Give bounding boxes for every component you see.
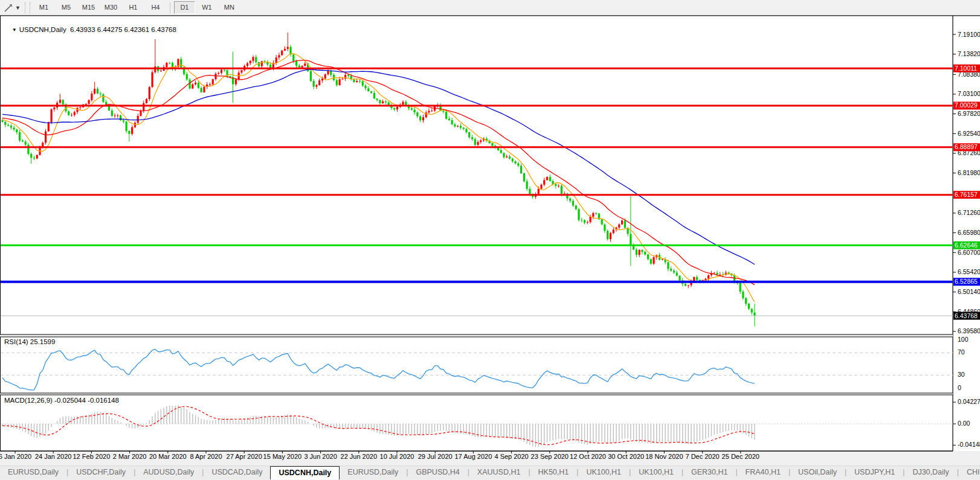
chart-background[interactable] (0, 16, 980, 451)
candle-body (370, 91, 372, 93)
chart-tab-eurusd-daily[interactable]: EURUSD,Daily (0, 466, 66, 479)
candle-body (636, 249, 637, 255)
candle-body (740, 283, 741, 292)
candle-body (338, 79, 340, 85)
candle-body (33, 158, 35, 158)
date-axis-label: 17 Aug 2020 (455, 453, 492, 460)
candle-body (471, 137, 473, 139)
candle-body (463, 128, 465, 129)
candle-body (543, 180, 545, 185)
candle-body (149, 87, 150, 99)
candle-body (630, 234, 631, 245)
candle-body (514, 161, 516, 164)
date-axis-label: 15 May 2020 (263, 453, 302, 460)
candle-body (1, 120, 3, 122)
date-axis-label: 2 Mar 2020 (113, 453, 147, 460)
candle-body (549, 177, 551, 181)
candle-body (123, 120, 124, 121)
chart-tab-dj30-daily[interactable]: DJ30,Daily (904, 466, 956, 479)
candle-body (292, 54, 294, 61)
candle-body (644, 252, 646, 254)
candle-body (587, 222, 588, 223)
chart-tab-usdjpy-h1[interactable]: USDJPY,H1 (846, 466, 903, 479)
candle-body (111, 110, 113, 116)
chart-tab-usdcad-daily[interactable]: USDCAD,Daily (204, 466, 270, 479)
candle-body (284, 49, 286, 51)
candle-body (221, 70, 222, 73)
chart-tab-fra40-h1[interactable]: FRA40,H1 (738, 466, 788, 479)
candle-body (53, 107, 55, 109)
candle-body (592, 213, 594, 217)
chart-tab-uk100-h1[interactable]: UK100,H1 (578, 466, 629, 479)
price-axis-tick-label: 6.71260 (958, 209, 980, 216)
candle-body (364, 86, 366, 89)
candle-body (520, 165, 522, 173)
candle-body (313, 81, 315, 87)
chart-tab-eurusd-daily[interactable]: EURUSD,Daily (340, 466, 406, 479)
candle-body (454, 124, 456, 127)
date-axis-label: 18 Nov 2020 (645, 453, 683, 460)
candle-body (353, 79, 355, 82)
candle-body (529, 189, 530, 194)
price-badge-label: 6.76157 (955, 191, 978, 198)
candle-body (71, 115, 73, 115)
price-badge-label: 6.62646 (955, 242, 978, 249)
candle-body (396, 107, 398, 109)
candle-body (512, 159, 514, 161)
chart-tab-usdchf-daily[interactable]: USDCHF,Daily (68, 466, 134, 479)
candle-body (460, 126, 462, 128)
candle-body (745, 298, 747, 304)
candle-body (422, 117, 424, 120)
date-axis-label: 10 Jul 2020 (380, 453, 414, 460)
candle-body (327, 71, 329, 74)
price-axis-tick-label: 7.03100 (958, 90, 980, 97)
candle-body (97, 89, 98, 94)
candle-body (517, 164, 519, 166)
date-axis-label: 8 Apr 2020 (190, 453, 222, 460)
chart-tab-xauusd-h1[interactable]: XAUUSD,H1 (469, 466, 529, 479)
candle-body (688, 285, 689, 286)
price-axis-tick-label: 6.81980 (958, 169, 980, 176)
candle-body (639, 250, 640, 255)
candle-body (405, 102, 407, 105)
candle-body (169, 63, 170, 63)
candle-body (673, 270, 675, 272)
candle-body (128, 131, 130, 134)
candle-body (79, 107, 81, 108)
candle-body (500, 150, 502, 153)
chart-tab-hk50-h1[interactable]: HK50,H1 (530, 466, 577, 479)
candle-body (667, 262, 669, 269)
chart-tab-china300-h1[interactable]: CHINA300,H1 (959, 466, 980, 479)
candle-body (428, 111, 430, 113)
chart-tab-usdcnh-daily[interactable]: USDCNH,Daily (270, 466, 340, 479)
candle-body (748, 304, 750, 309)
candle-body (143, 103, 144, 111)
candle-body (575, 206, 577, 210)
candle-body (604, 225, 605, 231)
candle-body (359, 81, 361, 82)
chart-tab-usoil-daily[interactable]: USOil,Daily (790, 466, 845, 479)
candle-body (252, 57, 254, 60)
price-axis-tick-label: 7.13820 (958, 50, 980, 57)
candle-body (569, 199, 571, 201)
chart-tab-audusd-daily[interactable]: AUDUSD,Daily (135, 466, 202, 479)
candle-body (16, 129, 18, 132)
candle-body (102, 94, 104, 102)
price-axis-tick-label: 6.97820 (958, 110, 980, 117)
candle-body (27, 145, 29, 154)
chart-tab-gbpusd-h4[interactable]: GBPUSD,H4 (408, 466, 467, 479)
candle-body (662, 259, 663, 260)
chart-tab-ger30-h1[interactable]: GER30,H1 (683, 466, 735, 479)
price-axis-tick-label: 7.19100 (958, 31, 980, 38)
candle-body (742, 292, 744, 298)
candle-body (276, 57, 277, 63)
chart-tab-uk100-h1[interactable]: UK100,H1 (631, 466, 682, 479)
candle-body (22, 141, 24, 142)
date-axis-label: 12 Feb 2020 (73, 453, 111, 460)
date-axis-label: 25 Dec 2020 (722, 453, 759, 460)
candle-body (402, 102, 404, 105)
candle-body (595, 213, 597, 214)
candle-body (610, 233, 611, 239)
candle-body (751, 309, 753, 312)
chart-canvas[interactable]: 7.191007.138207.083807.031006.978206.925… (0, 0, 980, 461)
